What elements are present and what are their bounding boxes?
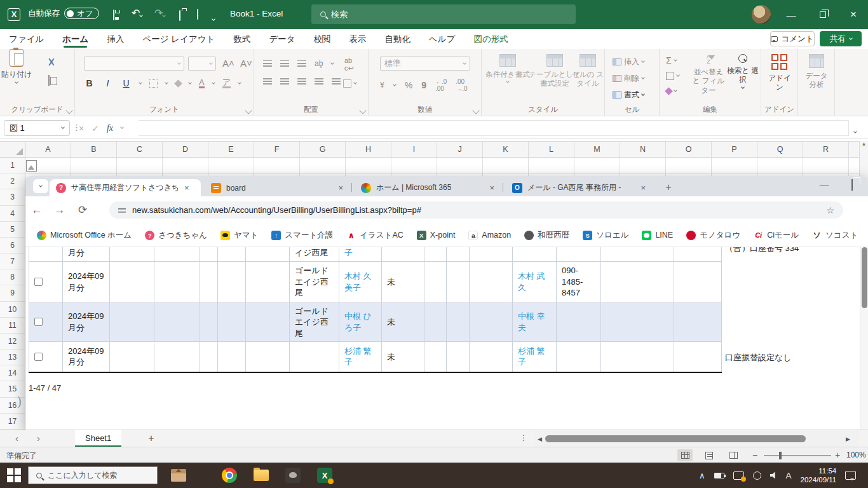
clear-button[interactable]: [666, 88, 677, 94]
bold-button[interactable]: B: [84, 78, 95, 88]
bookmark-yamato[interactable]: ヤマト: [220, 230, 258, 241]
autosave-toggle[interactable]: 自動保存 オフ: [28, 8, 99, 19]
tab-review[interactable]: 校閲: [314, 29, 331, 49]
row-header-7[interactable]: 7: [0, 254, 25, 269]
cell-user-link[interactable]: 杉浦 繁子: [339, 342, 382, 372]
increase-indent-button[interactable]: [332, 78, 341, 85]
excel-app-icon[interactable]: X: [8, 8, 20, 21]
page-layout-view-button[interactable]: [702, 449, 717, 461]
excel-search-box[interactable]: 検索: [311, 4, 576, 24]
print-button[interactable]: [179, 11, 180, 20]
column-header-e[interactable]: E: [208, 142, 254, 157]
row-checkbox[interactable]: [34, 353, 43, 361]
merge-center-button[interactable]: [343, 79, 356, 88]
comments-button[interactable]: コメント: [770, 31, 815, 46]
align-right-button[interactable]: [297, 78, 306, 85]
data-analysis-button[interactable]: データ 分析: [802, 54, 831, 90]
browser-restore-button[interactable]: [851, 180, 853, 190]
column-header-g[interactable]: G: [300, 142, 346, 157]
bookmark-office[interactable]: Microsoft Office ホーム: [37, 230, 132, 241]
row-header-3[interactable]: 3: [0, 189, 25, 205]
picture-object[interactable]: [26, 160, 37, 172]
minimize-button[interactable]: —: [776, 0, 806, 29]
ime-indicator[interactable]: A: [786, 471, 792, 480]
new-file-button[interactable]: [197, 10, 198, 19]
delete-cells-button[interactable]: 削除: [613, 73, 644, 84]
insert-function-button[interactable]: fx: [107, 123, 113, 133]
cell-user-link[interactable]: 中根 ひろ子: [339, 302, 382, 342]
tab-data[interactable]: データ: [269, 29, 295, 49]
taskbar-app-excel[interactable]: X: [316, 467, 333, 484]
bookmark-smart-kaigo[interactable]: ↑スマート介護: [271, 230, 333, 241]
battery-icon[interactable]: [714, 473, 724, 478]
taskbar-app-castle[interactable]: [170, 467, 187, 484]
underline-button[interactable]: U: [121, 78, 132, 88]
tab-close-icon[interactable]: ×: [641, 183, 646, 193]
tab-close-icon[interactable]: ×: [489, 183, 494, 193]
browser-vertical-scrollbar[interactable]: [860, 247, 868, 430]
paste-button[interactable]: 貼り付け: [0, 49, 33, 98]
taskbar-search-box[interactable]: ここに入力して検索: [28, 466, 158, 484]
zoom-in-button[interactable]: +: [835, 450, 840, 460]
row-header-14[interactable]: 14: [0, 365, 25, 381]
column-header-d[interactable]: D: [163, 142, 208, 157]
row-header-4[interactable]: 4: [0, 206, 25, 222]
formula-input[interactable]: [139, 120, 849, 136]
borders-button[interactable]: [149, 79, 158, 88]
fill-color-button[interactable]: [174, 79, 182, 88]
row-header-8[interactable]: 8: [0, 269, 25, 285]
row-header-12[interactable]: 12: [0, 334, 25, 349]
row-header-13[interactable]: 13: [0, 349, 25, 365]
increase-decimal-button[interactable]: ←.0.00: [435, 78, 447, 92]
tab-picture-format[interactable]: 図の形式: [473, 29, 508, 49]
tab-automate[interactable]: 自動化: [385, 29, 411, 49]
align-middle-button[interactable]: [280, 60, 289, 67]
tab-scroll-splitter[interactable]: ⋮: [520, 433, 527, 442]
row-header-5[interactable]: 5: [0, 222, 25, 238]
phonetic-button[interactable]: ア: [222, 78, 231, 88]
reload-button[interactable]: ⟳: [71, 203, 94, 217]
shrink-font-button[interactable]: A˅: [240, 58, 252, 69]
row-header-6[interactable]: 6: [0, 238, 25, 254]
browser-tab-board[interactable]: board ×: [205, 179, 349, 196]
grid-cells[interactable]: [25, 158, 859, 176]
row-checkbox[interactable]: [34, 278, 43, 286]
column-header-q[interactable]: Q: [757, 142, 803, 157]
addins-button[interactable]: アドイン: [768, 54, 792, 92]
column-header-r[interactable]: R: [803, 142, 849, 157]
bookmark-xpoint[interactable]: XX-point: [417, 231, 456, 240]
tab-page-layout[interactable]: ページ レイアウト: [142, 29, 215, 49]
zoom-level[interactable]: 100%: [846, 451, 866, 459]
enter-formula-button[interactable]: ✓: [92, 123, 99, 133]
bookmark-wareki[interactable]: 和暦西暦: [524, 230, 569, 241]
column-header-n[interactable]: N: [620, 142, 666, 157]
scroll-left-icon[interactable]: ◀: [538, 436, 542, 442]
align-top-button[interactable]: [263, 60, 272, 67]
column-header-a[interactable]: A: [25, 142, 71, 157]
share-button[interactable]: 共有: [820, 31, 862, 46]
font-size-select[interactable]: [188, 57, 216, 71]
find-select-button[interactable]: 検索と 選択: [727, 54, 759, 88]
font-name-select[interactable]: [84, 57, 184, 71]
bookmark-cimall[interactable]: CiCiモール: [754, 230, 799, 241]
column-header-h[interactable]: H: [346, 142, 391, 157]
column-header-c[interactable]: C: [117, 142, 163, 157]
row-header-10[interactable]: 10: [0, 302, 25, 318]
scroll-right-icon[interactable]: ▶: [846, 436, 850, 442]
bookmark-socost[interactable]: ソソコスト: [812, 230, 858, 241]
action-center-icon[interactable]: [845, 471, 856, 480]
cell-user-link[interactable]: 木村 久美子: [339, 261, 382, 302]
italic-button[interactable]: I: [102, 78, 113, 88]
align-center-button[interactable]: [280, 78, 289, 85]
row-header-9[interactable]: 9: [0, 285, 25, 301]
page-break-view-button[interactable]: [726, 449, 741, 461]
save-button[interactable]: [113, 10, 114, 20]
taskbar-app-explorer[interactable]: [253, 467, 269, 484]
row-checkbox[interactable]: [34, 318, 43, 326]
decrease-indent-button[interactable]: [315, 78, 323, 85]
select-all-corner[interactable]: [0, 142, 25, 157]
cell-styles-button[interactable]: セルの スタイル: [571, 54, 605, 88]
fill-button[interactable]: [666, 72, 679, 80]
tab-file[interactable]: ファイル: [9, 29, 44, 49]
scrollbar-thumb[interactable]: [545, 435, 806, 442]
